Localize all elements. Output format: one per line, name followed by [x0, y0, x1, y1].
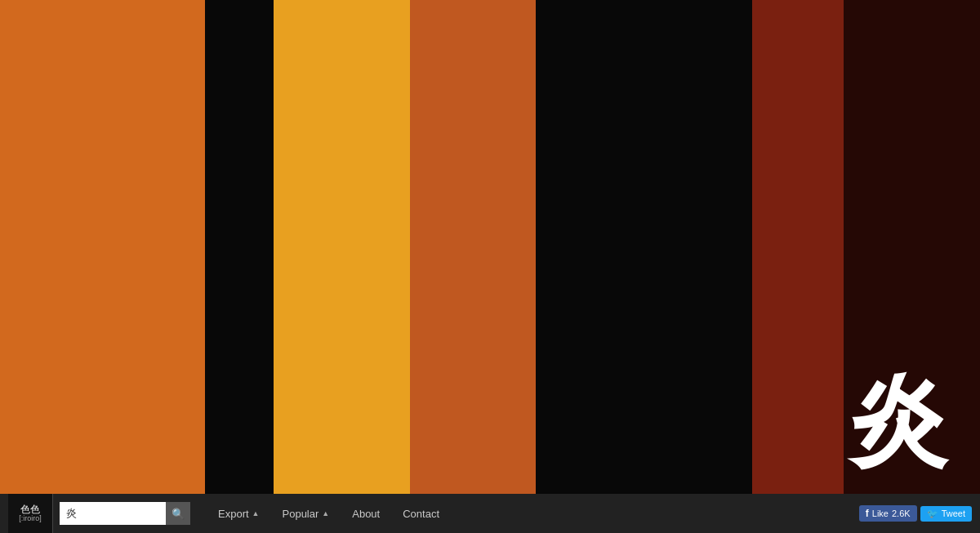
- logo-text: [:iroiro]: [19, 514, 42, 523]
- color-palette-display: 炎: [0, 0, 980, 494]
- nav-popular[interactable]: Popular ▲: [271, 494, 341, 533]
- nav-export[interactable]: Export ▲: [207, 494, 271, 533]
- export-arrow-icon: ▲: [252, 509, 260, 517]
- color-strip-6[interactable]: [706, 0, 752, 494]
- search-icon: 🔍: [172, 508, 185, 520]
- popular-arrow-icon: ▲: [322, 509, 329, 517]
- color-strip-2[interactable]: [205, 0, 274, 494]
- color-strip-5[interactable]: [536, 0, 706, 494]
- nav-about-label: About: [352, 508, 380, 520]
- nav-popular-label: Popular: [283, 508, 319, 520]
- color-strip-4[interactable]: [410, 0, 535, 494]
- search-button[interactable]: 🔍: [166, 502, 190, 525]
- logo-kanji: 色色: [20, 504, 40, 514]
- logo-area[interactable]: 色色 [:iroiro]: [8, 494, 53, 533]
- nav-about[interactable]: About: [341, 494, 391, 533]
- facebook-icon: f: [866, 508, 869, 519]
- nav-contact[interactable]: Contact: [391, 494, 451, 533]
- tweet-label: Tweet: [942, 509, 965, 518]
- nav-export-label: Export: [218, 508, 249, 520]
- search-input[interactable]: [60, 502, 166, 525]
- nav-links: Export ▲ Popular ▲ About Contact: [207, 494, 451, 533]
- toolbar: 色色 [:iroiro] 🔍 Export ▲ Popular ▲ About …: [0, 494, 980, 533]
- search-container: 🔍: [60, 502, 190, 525]
- tweet-button[interactable]: 🐦 Tweet: [920, 506, 972, 522]
- nav-contact-label: Contact: [403, 508, 439, 520]
- color-strip-7[interactable]: [752, 0, 844, 494]
- social-widget-area: f Like 2.6K 🐦 Tweet: [859, 505, 972, 522]
- like-count: 2.6K: [892, 509, 911, 518]
- kanji-character: 炎: [849, 371, 947, 469]
- color-strip-1[interactable]: [0, 0, 205, 494]
- color-strip-3[interactable]: [274, 0, 410, 494]
- twitter-icon: 🐦: [927, 509, 938, 519]
- like-label: Like: [872, 509, 889, 518]
- facebook-like-button[interactable]: f Like 2.6K: [859, 505, 917, 522]
